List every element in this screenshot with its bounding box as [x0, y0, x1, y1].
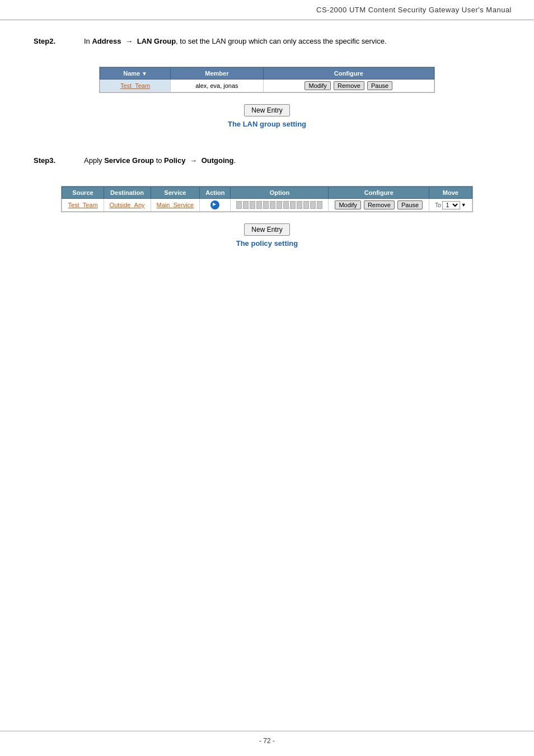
table-row: Test_Team Outside_Any Main_Service: [62, 199, 472, 212]
th-configure2: Configure: [329, 187, 429, 199]
td-destination: Outside_Any: [104, 199, 151, 212]
step2-description: In Address → LAN Group, to set the LAN g…: [84, 37, 387, 45]
th-move: Move: [429, 187, 472, 199]
policy-modify-button[interactable]: Modify: [335, 200, 360, 209]
table-row: Test_Team alex, eva, jonas Modify Remove…: [100, 80, 434, 92]
td-move: To 1 ▼: [429, 199, 472, 212]
move-select-dropdown[interactable]: 1: [442, 201, 460, 209]
opt-block-13: [317, 201, 322, 209]
step2-caption: The LAN group setting: [228, 120, 306, 128]
th-option: Option: [231, 187, 329, 199]
main-content: Step2. In Address → LAN Group, to set th…: [0, 20, 534, 297]
th-member: Member: [171, 68, 264, 80]
option-blocks-container: [236, 201, 322, 209]
step3-table-wrapper: Source Destination Service Action Option…: [61, 186, 472, 212]
policy-pause-button[interactable]: Pause: [397, 200, 423, 209]
step3-label: Step3.: [34, 156, 78, 165]
opt-block-11: [303, 201, 309, 209]
name-sort-label: Name: [123, 70, 147, 77]
step3-section: Step3. Apply Service Group to Policy → O…: [34, 156, 500, 259]
service-group-bold: Service Group: [104, 156, 154, 165]
opt-block-2: [243, 201, 249, 209]
opt-block-9: [290, 201, 296, 209]
step2-line: Step2. In Address → LAN Group, to set th…: [34, 37, 500, 45]
policy-bold: Policy: [164, 156, 185, 165]
td-configure: Modify Remove Pause: [263, 80, 434, 92]
remove-button[interactable]: Remove: [334, 81, 364, 90]
opt-block-7: [277, 201, 282, 209]
opt-block-4: [256, 201, 262, 209]
step3-header-row: Source Destination Service Action Option…: [62, 187, 472, 199]
step3-table: Source Destination Service Action Option…: [62, 186, 472, 212]
step3-new-entry-button[interactable]: New Entry: [244, 223, 289, 236]
pause-button[interactable]: Pause: [367, 81, 392, 90]
step2-table-wrapper: Name Member Configure Test_Team alex, ev…: [99, 67, 435, 93]
step2-label: Step2.: [34, 37, 78, 45]
modify-button[interactable]: Modify: [305, 81, 330, 90]
th-destination: Destination: [104, 187, 151, 199]
th-name: Name: [100, 68, 171, 80]
td-action: [200, 199, 231, 212]
th-action: Action: [200, 187, 231, 199]
opt-block-10: [297, 201, 302, 209]
step2-new-entry-button[interactable]: New Entry: [244, 104, 289, 116]
th-configure: Configure: [263, 68, 434, 80]
move-cell-container: To 1 ▼: [435, 201, 466, 209]
opt-block-12: [310, 201, 316, 209]
page-container: CS-2000 UTM Content Security Gateway Use…: [0, 0, 534, 756]
arrow2: →: [190, 156, 197, 165]
th-service: Service: [151, 187, 200, 199]
td-configure2: Modify Remove Pause: [329, 199, 429, 212]
step2-table: Name Member Configure Test_Team alex, ev…: [100, 67, 434, 92]
opt-block-8: [283, 201, 289, 209]
action-allow-icon: [210, 200, 219, 209]
step3-caption: The policy setting: [236, 239, 298, 248]
address-bold: Address: [92, 37, 121, 45]
opt-block-5: [263, 201, 269, 209]
page-number: - 72 -: [259, 737, 275, 745]
step2-header-row: Name Member Configure: [100, 68, 434, 80]
lan-group-bold: LAN Group: [137, 37, 176, 45]
move-to-label: To: [435, 202, 441, 208]
page-header: CS-2000 UTM Content Security Gateway Use…: [0, 0, 534, 20]
step3-description: Apply Service Group to Policy → Outgoing…: [84, 156, 236, 165]
step2-table-block: Name Member Configure Test_Team alex, ev…: [34, 57, 500, 139]
td-option: [231, 199, 329, 212]
step3-table-block: Source Destination Service Action Option…: [34, 176, 500, 259]
opt-block-6: [270, 201, 275, 209]
page-footer: - 72 -: [0, 731, 534, 745]
opt-block-3: [250, 201, 255, 209]
opt-block-1: [236, 201, 242, 209]
move-chevron-icon: ▼: [461, 202, 466, 208]
td-member: alex, eva, jonas: [171, 80, 264, 92]
td-source: Test_Team: [62, 199, 104, 212]
td-team-name: Test_Team: [100, 80, 171, 92]
policy-remove-button[interactable]: Remove: [364, 200, 395, 209]
manual-title: CS-2000 UTM Content Security Gateway Use…: [316, 6, 512, 14]
outgoing-bold: Outgoing: [202, 156, 234, 165]
step3-line: Step3. Apply Service Group to Policy → O…: [34, 156, 500, 165]
th-source: Source: [62, 187, 104, 199]
arrow1: →: [125, 37, 133, 45]
td-service: Main_Service: [151, 199, 200, 212]
